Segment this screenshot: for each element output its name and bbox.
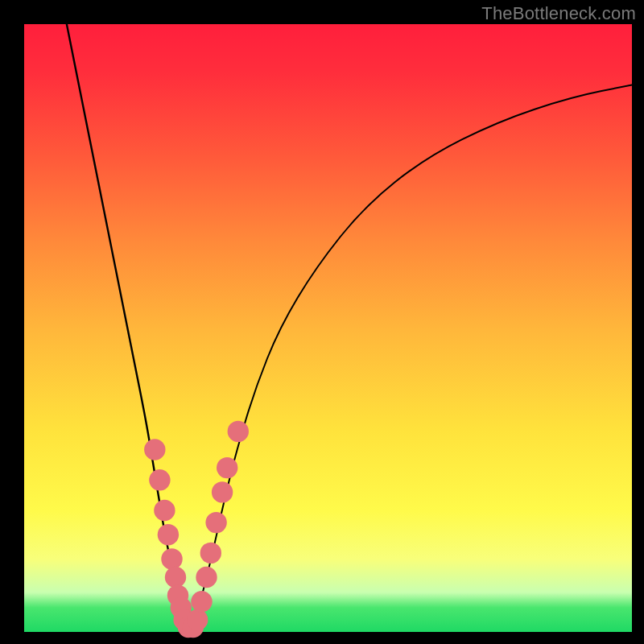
data-marker [205,512,226,533]
data-marker [228,421,249,442]
data-marker [187,609,208,630]
data-marker [149,469,170,490]
curve-right-branch [188,85,632,630]
chart-plot-area [24,24,632,632]
data-marker [154,500,175,521]
marker-group [144,421,249,638]
data-marker [158,524,179,545]
data-marker [191,591,212,612]
chart-svg [24,24,632,632]
data-marker [196,567,217,588]
watermark-text: TheBottleneck.com [481,3,636,24]
data-marker [161,548,182,569]
data-marker [217,457,237,478]
data-marker [212,481,233,502]
data-marker [165,567,186,588]
chart-frame: TheBottleneck.com [0,0,644,644]
data-marker [144,439,165,460]
data-marker [200,543,221,564]
